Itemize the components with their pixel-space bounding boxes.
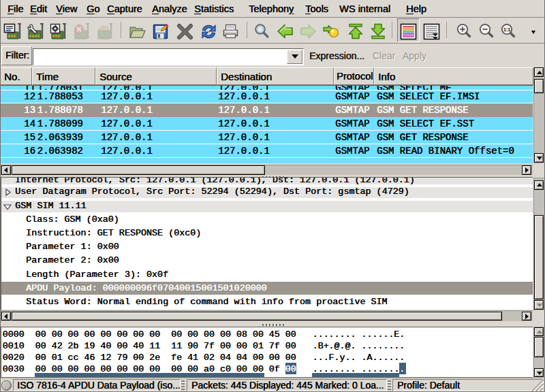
svg-text:1:1: 1:1 [503, 27, 510, 33]
